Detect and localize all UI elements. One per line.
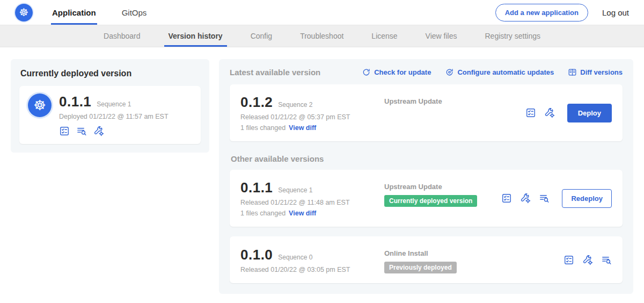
kubernetes-logo: ☸ <box>15 4 33 21</box>
version-actions: Redeploy <box>501 189 612 208</box>
version-info: 0.1.0 Sequence 0 Released 01/20/22 @ 03:… <box>240 247 384 273</box>
deployed-version-details: 0.1.1 Sequence 1 Deployed 01/21/22 @ 11:… <box>59 93 169 136</box>
check-for-update-label: Check for update <box>374 68 431 76</box>
version-actions <box>564 255 612 265</box>
main-content: Currently deployed version ☸ 0.1.1 Seque… <box>0 47 644 303</box>
version-released: Released 01/20/22 @ 03:05 pm EST <box>240 266 384 273</box>
version-card-latest: 0.1.2 Sequence 2 Released 01/21/22 @ 05:… <box>230 84 623 141</box>
diff-versions-label: Diff versions <box>580 68 623 76</box>
deployed-timestamp: Deployed 01/21/22 @ 11:57 am EST <box>59 113 169 120</box>
logout-link[interactable]: Log out <box>602 8 629 17</box>
deploy-button[interactable]: Deploy <box>567 104 612 122</box>
version-card-0-1-1: 0.1.1 Sequence 1 Released 01/21/22 @ 11:… <box>230 170 623 227</box>
helm-icon: ☸ <box>19 7 29 18</box>
version-sequence: Sequence 1 <box>278 186 312 194</box>
currently-deployed-badge: Currently deployed version <box>384 195 477 207</box>
version-number: 0.1.2 <box>240 94 273 111</box>
files-changed: 1 files changedView diff <box>240 124 384 132</box>
app-tabs: Application GitOps <box>51 0 171 25</box>
auto-update-icon <box>445 68 454 77</box>
subnav-view-files[interactable]: View files <box>412 25 471 47</box>
version-released: Released 01/21/22 @ 11:48 am EST <box>240 199 384 206</box>
tab-gitops[interactable]: GitOps <box>121 0 148 25</box>
version-history-panel: Latest available version Check for updat… <box>219 59 633 294</box>
deployed-sequence: Sequence 1 <box>97 100 131 108</box>
previously-deployed-badge: Previously deployed <box>384 262 457 273</box>
top-header: ☸ Application GitOps Add a new applicati… <box>0 0 644 25</box>
diff-versions-link[interactable]: Diff versions <box>568 68 623 77</box>
version-released: Released 01/21/22 @ 05:37 pm EST <box>240 113 384 121</box>
source-label: Upstream Update <box>384 183 501 191</box>
config-icon[interactable] <box>582 255 593 265</box>
subnav-config[interactable]: Config <box>237 25 286 47</box>
view-diff-link[interactable]: View diff <box>289 124 316 132</box>
release-notes-icon[interactable] <box>525 107 536 118</box>
configure-automatic-updates-label: Configure automatic updates <box>457 68 554 76</box>
helm-icon: ☸ <box>33 98 46 112</box>
latest-available-title: Latest available version <box>230 68 320 77</box>
subnav-registry-settings[interactable]: Registry settings <box>471 25 554 47</box>
deploy-logs-icon[interactable] <box>601 255 612 265</box>
version-actions: Check for update Configure automatic upd… <box>362 68 623 77</box>
files-changed-label: 1 files changed <box>240 210 286 217</box>
source-label: Upstream Update <box>384 97 525 105</box>
version-sequence: Sequence 2 <box>278 101 312 109</box>
app-logo: ☸ <box>28 93 52 117</box>
version-sequence: Sequence 0 <box>278 254 312 261</box>
deployed-version-number: 0.1.1 <box>59 93 91 110</box>
app-subnav: Dashboard Version history Config Trouble… <box>0 25 644 47</box>
release-notes-icon[interactable] <box>59 126 70 136</box>
check-for-update-link[interactable]: Check for update <box>362 68 431 77</box>
version-card-0-1-0: 0.1.0 Sequence 0 Released 01/20/22 @ 03:… <box>230 236 623 283</box>
files-changed-label: 1 files changed <box>240 124 286 132</box>
config-icon[interactable] <box>520 193 531 204</box>
subnav-dashboard[interactable]: Dashboard <box>90 25 155 47</box>
deploy-logs-icon[interactable] <box>76 126 87 136</box>
deployed-version-card: ☸ 0.1.1 Sequence 1 Deployed 01/21/22 @ 1… <box>19 86 201 144</box>
currently-deployed-panel: Currently deployed version ☸ 0.1.1 Seque… <box>11 59 209 153</box>
release-notes-icon[interactable] <box>564 255 574 265</box>
version-number: 0.1.1 <box>240 179 273 196</box>
deploy-logs-icon[interactable] <box>539 193 550 204</box>
version-source: Online Install Previously deployed <box>384 246 564 273</box>
config-icon[interactable] <box>93 126 104 136</box>
diff-icon <box>568 68 577 77</box>
redeploy-button[interactable]: Redeploy <box>562 189 612 208</box>
version-source: Upstream Update <box>384 94 525 105</box>
version-source: Upstream Update Currently deployed versi… <box>384 179 501 207</box>
currently-deployed-title: Currently deployed version <box>20 69 200 78</box>
subnav-license[interactable]: License <box>357 25 411 47</box>
version-number: 0.1.0 <box>240 247 273 263</box>
version-info: 0.1.1 Sequence 1 Released 01/21/22 @ 11:… <box>240 179 384 217</box>
source-label: Online Install <box>384 249 564 257</box>
config-icon[interactable] <box>544 107 555 118</box>
deployed-icon-row <box>59 126 169 136</box>
release-notes-icon[interactable] <box>501 193 512 204</box>
view-diff-link[interactable]: View diff <box>289 210 316 217</box>
files-changed: 1 files changedView diff <box>240 210 384 217</box>
other-available-title: Other available versions <box>231 154 621 163</box>
tab-application[interactable]: Application <box>51 0 97 25</box>
version-info: 0.1.2 Sequence 2 Released 01/21/22 @ 05:… <box>240 94 384 132</box>
subnav-version-history[interactable]: Version history <box>155 25 237 47</box>
refresh-icon <box>362 68 371 77</box>
latest-version-header: Latest available version Check for updat… <box>230 68 623 77</box>
configure-automatic-updates-link[interactable]: Configure automatic updates <box>445 68 554 77</box>
version-actions: Deploy <box>525 104 612 122</box>
subnav-troubleshoot[interactable]: Troubleshoot <box>286 25 357 47</box>
add-application-button[interactable]: Add a new application <box>495 4 588 21</box>
